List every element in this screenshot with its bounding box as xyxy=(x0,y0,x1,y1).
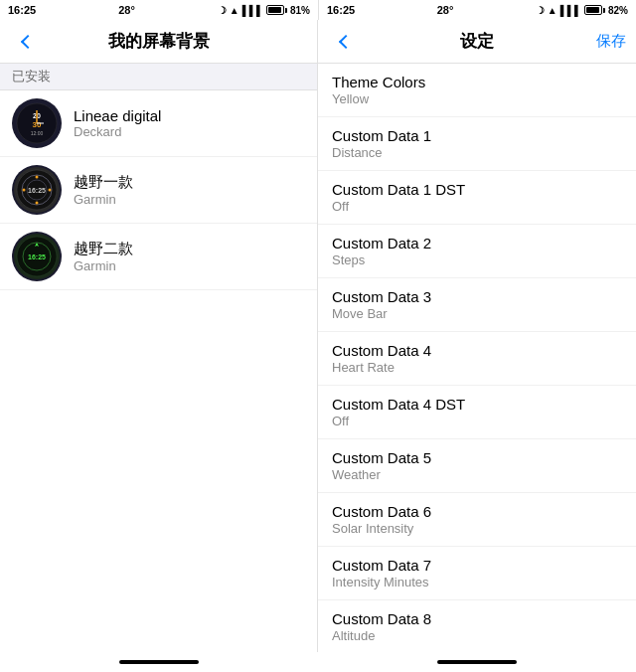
watch-info-trail1: 越野一款 Garmin xyxy=(74,173,133,207)
watch-name-lineae: Lineae digital xyxy=(74,107,161,124)
settings-item-9[interactable]: Custom Data 7 Intensity Minutes xyxy=(318,547,636,600)
left-battery-pct: 81% xyxy=(290,5,310,16)
moon-icon-r: ☽ xyxy=(536,5,545,16)
main-panels: 我的屏幕背景 已安装 20 30 12:00 L xyxy=(0,20,636,652)
chevron-left-icon-r xyxy=(339,34,353,48)
right-panel: 设定 保存 Theme Colors Yellow Custom Data 1 … xyxy=(318,20,636,652)
watch-info-trail2: 越野二款 Garmin xyxy=(74,240,133,273)
svg-text:16:25: 16:25 xyxy=(28,253,46,260)
watch-author-trail2: Garmin xyxy=(74,258,133,273)
settings-title-0: Theme Colors xyxy=(332,74,622,90)
watch-name-trail2: 越野二款 xyxy=(74,240,133,258)
left-status-bar: 16:25 28° ☽ ▲ ▌▌▌ 81% xyxy=(0,0,318,20)
settings-value-8: Solar Intensity xyxy=(332,521,622,536)
settings-item-0[interactable]: Theme Colors Yellow xyxy=(318,64,636,117)
settings-item-10[interactable]: Custom Data 8 Altitude xyxy=(318,600,636,652)
right-back-button[interactable] xyxy=(328,26,360,58)
watch-info-lineae: Lineae digital Deckard xyxy=(74,107,161,139)
wifi-icon: ▲ xyxy=(230,5,239,16)
left-temp: 28° xyxy=(118,4,135,16)
settings-item-7[interactable]: Custom Data 5 Weather xyxy=(318,439,636,493)
watch-thumb-trail2: 16:25 xyxy=(12,232,62,281)
left-header: 我的屏幕背景 xyxy=(0,20,317,64)
left-home-indicator xyxy=(119,660,199,664)
settings-value-2: Off xyxy=(332,199,622,214)
settings-title-1: Custom Data 1 xyxy=(332,127,622,144)
right-time: 16:25 xyxy=(327,4,355,16)
settings-value-3: Steps xyxy=(332,252,622,267)
watch-author-lineae: Deckard xyxy=(74,124,161,139)
watch-item-lineae[interactable]: 20 30 12:00 Lineae digital Deckard xyxy=(0,90,317,157)
watch-list: 20 30 12:00 Lineae digital Deckard xyxy=(0,90,317,652)
svg-text:16:25: 16:25 xyxy=(28,187,46,194)
signal-icon-r: ▌▌▌ xyxy=(560,5,581,16)
settings-title-3: Custom Data 2 xyxy=(332,235,622,252)
settings-value-5: Heart Rate xyxy=(332,360,622,375)
signal-icon: ▌▌▌ xyxy=(242,5,263,16)
svg-point-14 xyxy=(36,202,39,205)
left-home-bar xyxy=(0,652,318,672)
right-home-bar xyxy=(318,652,636,672)
left-status-icons: ☽ ▲ ▌▌▌ 81% xyxy=(218,5,310,16)
svg-point-13 xyxy=(49,189,52,192)
settings-value-6: Off xyxy=(332,414,622,428)
right-panel-title: 设定 xyxy=(460,30,494,53)
right-status-bar: 16:25 28° ☽ ▲ ▌▌▌ 82% xyxy=(318,0,636,20)
save-button[interactable]: 保存 xyxy=(596,32,626,51)
watch-item-trail1[interactable]: 16:25 越野一款 Garmin xyxy=(0,157,317,224)
chevron-left-icon xyxy=(21,34,35,48)
settings-item-3[interactable]: Custom Data 2 Steps xyxy=(318,225,636,278)
settings-value-1: Distance xyxy=(332,145,622,160)
svg-point-12 xyxy=(36,176,39,179)
settings-item-2[interactable]: Custom Data 1 DST Off xyxy=(318,171,636,225)
settings-title-4: Custom Data 3 xyxy=(332,288,622,305)
svg-text:12:00: 12:00 xyxy=(31,130,44,136)
watch-author-trail1: Garmin xyxy=(74,192,133,207)
right-header: 设定 保存 xyxy=(318,20,636,64)
moon-icon: ☽ xyxy=(218,5,227,16)
settings-title-8: Custom Data 6 xyxy=(332,503,622,520)
left-battery xyxy=(266,5,287,15)
watch-thumb-trail1: 16:25 xyxy=(12,165,62,215)
home-bar-row xyxy=(0,652,636,672)
settings-title-7: Custom Data 5 xyxy=(332,449,622,466)
settings-list: Theme Colors Yellow Custom Data 1 Distan… xyxy=(318,64,636,652)
right-battery-pct: 82% xyxy=(608,5,628,16)
watch-thumb-lineae: 20 30 12:00 xyxy=(12,98,62,148)
settings-item-1[interactable]: Custom Data 1 Distance xyxy=(318,117,636,171)
left-time: 16:25 xyxy=(8,4,36,16)
watch-name-trail1: 越野一款 xyxy=(74,173,133,192)
right-home-indicator xyxy=(437,660,517,664)
right-temp: 28° xyxy=(437,4,454,16)
left-panel-title: 我的屏幕背景 xyxy=(108,30,210,53)
settings-item-5[interactable]: Custom Data 4 Heart Rate xyxy=(318,332,636,386)
left-back-button[interactable] xyxy=(10,26,42,58)
settings-item-4[interactable]: Custom Data 3 Move Bar xyxy=(318,278,636,332)
wifi-icon-r: ▲ xyxy=(548,5,557,16)
right-battery xyxy=(584,5,605,15)
settings-value-10: Altitude xyxy=(332,628,622,643)
settings-item-6[interactable]: Custom Data 4 DST Off xyxy=(318,386,636,439)
right-status-icons: ☽ ▲ ▌▌▌ 82% xyxy=(536,5,628,16)
settings-title-9: Custom Data 7 xyxy=(332,557,622,574)
settings-title-10: Custom Data 8 xyxy=(332,610,622,627)
section-installed-label: 已安装 xyxy=(0,64,317,90)
left-panel: 我的屏幕背景 已安装 20 30 12:00 L xyxy=(0,20,318,652)
settings-value-9: Intensity Minutes xyxy=(332,575,622,589)
svg-point-15 xyxy=(23,189,26,192)
watch-item-trail2[interactable]: 16:25 越野二款 Garmin xyxy=(0,224,317,290)
settings-title-2: Custom Data 1 DST xyxy=(332,181,622,198)
settings-value-0: Yellow xyxy=(332,91,622,106)
settings-value-4: Move Bar xyxy=(332,306,622,321)
status-bar-row: 16:25 28° ☽ ▲ ▌▌▌ 81% 16:25 28° ☽ ▲ ▌▌▌ xyxy=(0,0,636,20)
settings-item-8[interactable]: Custom Data 6 Solar Intensity xyxy=(318,493,636,547)
settings-title-5: Custom Data 4 xyxy=(332,342,622,359)
settings-value-7: Weather xyxy=(332,467,622,482)
settings-title-6: Custom Data 4 DST xyxy=(332,396,622,413)
